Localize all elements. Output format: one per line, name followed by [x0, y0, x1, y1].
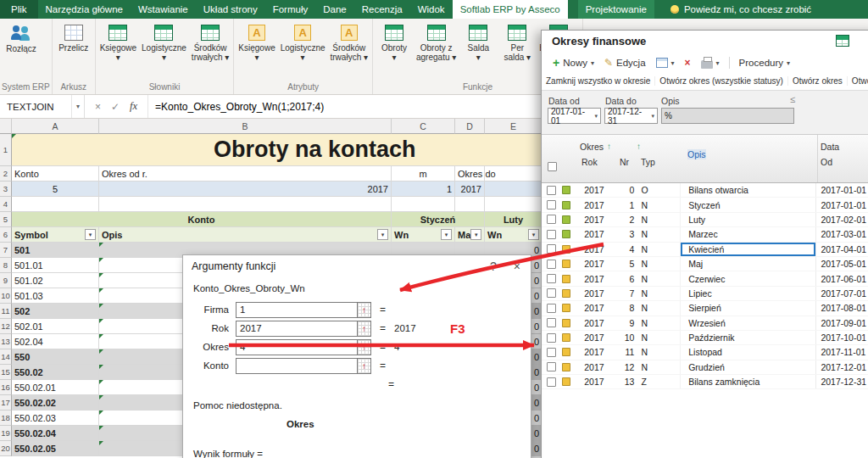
- header-opis[interactable]: Opis: [687, 149, 706, 159]
- cell-symbol[interactable]: 550.02.02: [12, 395, 99, 411]
- ribbon-button-salda[interactable]: Salda▾: [459, 20, 498, 62]
- period-row-listopad[interactable]: 201711NListopad2017-11-01: [542, 345, 868, 360]
- period-row-lipiec[interactable]: 20177NLipiec2017-07-01: [542, 287, 868, 301]
- ribbon-tab-recenzja[interactable]: Recenzja: [354, 0, 410, 19]
- cell-opis[interactable]: Styczeń: [680, 198, 815, 211]
- insert-function-icon[interactable]: fx: [130, 100, 137, 113]
- period-row-maj[interactable]: 20175NMaj2017-05-01: [542, 257, 868, 271]
- row-checkbox[interactable]: [547, 318, 556, 327]
- cell-opis[interactable]: Bilans zamknięcia: [680, 375, 815, 388]
- name-box-dropdown-icon[interactable]: ▾: [71, 95, 84, 118]
- header-luty[interactable]: Luty: [485, 212, 542, 227]
- col-header-e[interactable]: E: [485, 119, 542, 134]
- col-header-c[interactable]: C: [392, 119, 455, 134]
- period-row-wrzesień[interactable]: 20179NWrzesień2017-09-01: [542, 316, 868, 331]
- ribbon-button-logistyczne[interactable]: Logistyczne▾: [139, 20, 189, 62]
- print-button[interactable]: ▾: [697, 56, 724, 70]
- period-row-kwiecień[interactable]: 20174NKwiecień2017-04-01: [542, 243, 868, 257]
- range-selector-icon[interactable]: ↑: [357, 321, 370, 336]
- header-od[interactable]: Od: [821, 157, 832, 167]
- delete-button[interactable]: ×: [681, 55, 695, 70]
- cell-symbol[interactable]: 502.01: [12, 319, 99, 334]
- cell-symbol[interactable]: 501.01: [12, 258, 99, 273]
- cell-opis[interactable]: Wrzesień: [680, 316, 815, 330]
- cell-symbol[interactable]: 501.03: [12, 288, 99, 304]
- row-header-13[interactable]: 13: [0, 334, 12, 349]
- cancel-formula-icon[interactable]: ×: [95, 101, 101, 113]
- konto-input[interactable]: ↑: [236, 358, 371, 374]
- cell-symbol[interactable]: 502: [12, 304, 99, 319]
- cell-rok-do-value[interactable]: 2017: [455, 182, 485, 197]
- ribbon-button-księgowe[interactable]: Księgowe▾: [236, 20, 277, 62]
- ribbon-button-środków[interactable]: Środkówtrwałych ▾: [328, 20, 370, 62]
- okres-input[interactable]: 4 ↑: [236, 339, 371, 355]
- cell-opis[interactable]: Luty: [680, 213, 815, 226]
- menu-item-otwórz-okres-wszystkie-statusy[interactable]: Otwórz okres (wszystkie statusy): [655, 76, 788, 86]
- cell-okres-od-label[interactable]: Okres od r.: [99, 166, 392, 182]
- row-header-20[interactable]: 20: [0, 441, 12, 456]
- new-button[interactable]: + Nowy ▾: [548, 56, 598, 70]
- cell-opis[interactable]: Maj: [680, 257, 815, 271]
- menu-item-otwórz[interactable]: Otwórz: [848, 76, 868, 86]
- row-header-18[interactable]: 18: [0, 411, 12, 426]
- col-header-b[interactable]: B: [99, 119, 392, 134]
- row-header-3[interactable]: 3: [0, 182, 12, 197]
- rok-input[interactable]: 2017 ↑: [236, 321, 371, 337]
- ribbon-button-rozłącz[interactable]: Rozłącz: [2, 20, 41, 53]
- confirm-formula-icon[interactable]: ✓: [111, 101, 120, 113]
- header-symbol[interactable]: Symbol ▾: [12, 227, 99, 243]
- cell-opis[interactable]: Październik: [680, 331, 815, 344]
- header-rok[interactable]: Rok: [581, 157, 598, 167]
- row-header-5[interactable]: 5: [0, 212, 12, 227]
- ribbon-tab-układ-strony[interactable]: Układ strony: [196, 0, 265, 19]
- ribbon-tab-dane[interactable]: Dane: [315, 0, 354, 19]
- row-checkbox[interactable]: [547, 215, 556, 224]
- row-header-14[interactable]: 14: [0, 349, 12, 365]
- filter-collapse-icon[interactable]: ≤: [790, 94, 795, 104]
- cell-symbol[interactable]: 550.02.04: [12, 426, 99, 441]
- period-row-bilans-otwarcia[interactable]: 20170OBilans otwarcia2017-01-01: [542, 183, 868, 198]
- row-checkbox[interactable]: [547, 186, 556, 195]
- autofilter-icon[interactable]: ▾: [85, 229, 96, 240]
- period-row-czerwiec[interactable]: 20176NCzerwiec2017-06-01: [542, 271, 868, 286]
- period-row-październik[interactable]: 201710NPaździernik2017-10-01: [542, 331, 868, 345]
- row-header-15[interactable]: 15: [0, 365, 12, 380]
- col-header-d[interactable]: D: [455, 119, 485, 134]
- grid-header[interactable]: Okres ↑ Rok Nr ↑ Typ Opis Data Od: [542, 135, 868, 183]
- cell-opis[interactable]: Bilans otwarcia: [680, 183, 815, 197]
- cell-symbol[interactable]: 550.02.05: [12, 441, 99, 456]
- range-selector-icon[interactable]: ↑: [357, 359, 370, 373]
- row-checkbox[interactable]: [547, 244, 556, 254]
- cell-opis[interactable]: Sierpień: [680, 301, 815, 315]
- ribbon-tab-widok[interactable]: Widok: [410, 0, 453, 19]
- cell-okres-do-label[interactable]: Okres do: [455, 166, 485, 182]
- cell-symbol[interactable]: 550.02.03: [12, 411, 99, 426]
- data-do-input[interactable]: 2017-12-31 ▾: [604, 108, 658, 124]
- select-all-checkbox[interactable]: [548, 162, 557, 171]
- row-header-2[interactable]: 2: [0, 166, 12, 182]
- header-ma[interactable]: Ma ▾: [455, 227, 485, 243]
- autofilter-icon[interactable]: ▾: [470, 229, 481, 240]
- header-nr[interactable]: Nr: [620, 157, 629, 167]
- period-row-styczeń[interactable]: 20171NStyczeń2017-01-01: [542, 198, 868, 212]
- ribbon-button-obroty-z[interactable]: Obroty zagregatu ▾: [414, 20, 459, 62]
- cell-empty[interactable]: [99, 197, 392, 212]
- row-checkbox[interactable]: [547, 304, 556, 313]
- row-header-1[interactable]: 1: [0, 134, 12, 166]
- period-row-bilans-zamknięcia[interactable]: 201713ZBilans zamknięcia2017-12-31: [542, 375, 868, 389]
- autofilter-icon[interactable]: ▾: [528, 229, 539, 240]
- cell-symbol[interactable]: 550: [12, 349, 99, 365]
- cell-okres-od-value[interactable]: 1: [392, 182, 455, 197]
- ribbon-tab-formuły[interactable]: Formuły: [265, 0, 316, 19]
- dropdown-icon[interactable]: ▾: [648, 113, 654, 120]
- cell-empty[interactable]: [455, 197, 485, 212]
- cell-opis[interactable]: Lipiec: [680, 287, 815, 300]
- ribbon-tab-softlab-erp-by-asseco[interactable]: Softlab ERP by Asseco: [453, 0, 568, 19]
- header-opis[interactable]: Opis ▾: [99, 227, 392, 243]
- row-header-8[interactable]: 8: [0, 258, 12, 273]
- row-checkbox[interactable]: [547, 200, 556, 209]
- period-row-marzec[interactable]: 20173NMarzec2017-03-01: [542, 227, 868, 242]
- header-wn[interactable]: Wn ▾: [392, 227, 455, 243]
- row-header-19[interactable]: 19: [0, 426, 12, 441]
- row-header-9[interactable]: 9: [0, 273, 12, 288]
